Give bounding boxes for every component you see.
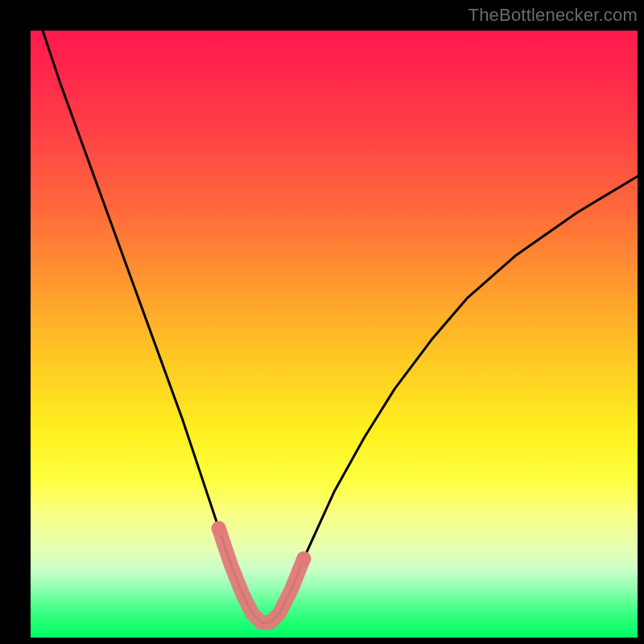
series-bottleneck-curve xyxy=(43,31,638,622)
chart-lines xyxy=(43,31,638,622)
marker-dot xyxy=(212,521,226,535)
chart-svg xyxy=(31,31,638,638)
watermark-text: TheBottlenecker.com xyxy=(469,5,638,26)
marker-dot xyxy=(296,551,311,566)
plot-area xyxy=(31,31,638,638)
chart-frame: TheBottlenecker.com xyxy=(0,0,644,644)
marker-highlighted-segment xyxy=(219,528,304,622)
